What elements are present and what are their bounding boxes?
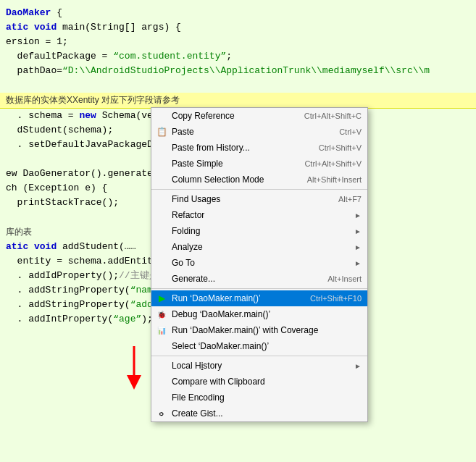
menu-item-find-usages[interactable]: Find Usages Alt+F7 <box>151 191 367 207</box>
shortcut-copy-reference: Ctrl+Alt+Shift+C <box>304 112 362 120</box>
shortcut-run-main: Ctrl+Shift+F10 <box>310 294 362 303</box>
context-menu: Copy Reference Ctrl+Alt+Shift+C 📋 Paste … <box>151 107 368 422</box>
code-line-5: pathDao=“D:\\AndroidStudioProjects\\Appl… <box>0 64 476 78</box>
menu-item-create-gist[interactable]: ⭘ Create Gist... <box>151 406 367 421</box>
code-line-7: 数据库的实体类XXentity 对应下列字段请参考 <box>0 93 476 109</box>
separator-3 <box>151 356 367 356</box>
menu-label-debug-main: Debug ‘DaoMaker.main()’ <box>172 309 270 319</box>
analyze-arrow-icon: ► <box>354 243 362 251</box>
menu-label-file-encoding: File Encoding <box>172 392 225 403</box>
menu-label-select-main: Select ‘DaoMaker.main()’ <box>172 341 269 351</box>
folding-arrow-icon: ► <box>354 227 362 235</box>
menu-label-find-usages: Find Usages <box>172 194 220 204</box>
menu-item-run-coverage[interactable]: 📊 Run ‘DaoMaker.main()’ with Coverage <box>151 322 367 338</box>
coverage-icon: 📊 <box>154 327 169 335</box>
menu-item-file-encoding[interactable]: File Encoding <box>151 390 367 406</box>
go-to-arrow-icon: ► <box>354 259 362 267</box>
menu-item-local-history[interactable]: Local History ► <box>151 358 367 374</box>
menu-label-run-coverage: Run ‘DaoMaker.main()’ with Coverage <box>172 325 318 335</box>
menu-label-column-selection: Column Selection Mode <box>172 175 264 185</box>
menu-label-generate: Generate... <box>172 274 215 284</box>
separator-1 <box>151 189 367 190</box>
shortcut-paste-history: Ctrl+Shift+V <box>319 143 362 152</box>
shortcut-find-usages: Alt+F7 <box>338 195 362 203</box>
run-icon: ▶ <box>154 293 169 303</box>
shortcut-generate: Alt+Insert <box>327 274 362 283</box>
menu-label-paste-simple: Paste Simple <box>172 159 223 169</box>
menu-label-folding: Folding <box>172 226 200 236</box>
menu-label-paste-history: Paste from History... <box>172 143 250 153</box>
menu-label-paste: Paste <box>172 127 194 137</box>
shortcut-paste-simple: Ctrl+Alt+Shift+V <box>304 159 362 168</box>
debug-icon: 🐞 <box>154 311 169 319</box>
code-line-2: atic void main(String[] args) { <box>0 20 476 35</box>
menu-label-copy-reference: Copy Reference <box>172 111 235 121</box>
shortcut-column-selection: Alt+Shift+Insert <box>307 175 362 184</box>
menu-item-generate[interactable]: Generate... Alt+Insert <box>151 271 367 287</box>
menu-item-select-main[interactable]: Select ‘DaoMaker.main()’ <box>151 338 367 354</box>
menu-item-folding[interactable]: Folding ► <box>151 223 367 239</box>
menu-label-run-main: Run ‘DaoMaker.main()’ <box>172 293 261 303</box>
gist-icon: ⭘ <box>154 410 169 418</box>
local-history-arrow-icon: ► <box>354 362 362 370</box>
menu-item-debug-main[interactable]: 🐞 Debug ‘DaoMaker.main()’ <box>151 306 367 322</box>
menu-label-compare-clipboard: Compare with Clipboard <box>172 377 265 387</box>
code-line-3: ersion = 1; <box>0 35 476 49</box>
paste-icon: 📋 <box>154 127 169 137</box>
menu-item-analyze[interactable]: Analyze ► <box>151 239 367 255</box>
menu-label-analyze: Analyze <box>172 242 203 252</box>
menu-item-go-to[interactable]: Go To ► <box>151 255 367 271</box>
separator-2 <box>151 288 367 289</box>
code-line-4: defaultPackage = “com.student.entity”; <box>0 49 476 64</box>
menu-item-refactor[interactable]: Refactor ► <box>151 207 367 223</box>
menu-item-paste-simple[interactable]: Paste Simple Ctrl+Alt+Shift+V <box>151 156 367 172</box>
menu-item-compare-clipboard[interactable]: Compare with Clipboard <box>151 374 367 390</box>
menu-item-run-main[interactable]: ▶ Run ‘DaoMaker.main()’ Ctrl+Shift+F10 <box>151 290 367 306</box>
shortcut-paste: Ctrl+V <box>339 127 362 136</box>
menu-label-go-to: Go To <box>172 258 195 268</box>
refactor-arrow-icon: ► <box>354 211 362 219</box>
code-line-1: DaoMaker { <box>0 6 476 20</box>
menu-item-paste-history[interactable]: Paste from History... Ctrl+Shift+V <box>151 140 367 156</box>
menu-item-paste[interactable]: 📋 Paste Ctrl+V <box>151 124 367 140</box>
code-line-6 <box>0 78 476 93</box>
menu-item-copy-reference[interactable]: Copy Reference Ctrl+Alt+Shift+C <box>151 108 367 124</box>
menu-item-column-selection[interactable]: Column Selection Mode Alt+Shift+Insert <box>151 172 367 188</box>
menu-label-refactor: Refactor <box>172 210 204 220</box>
menu-label-create-gist: Create Gist... <box>172 408 223 419</box>
menu-label-local-history: Local History <box>172 361 222 371</box>
